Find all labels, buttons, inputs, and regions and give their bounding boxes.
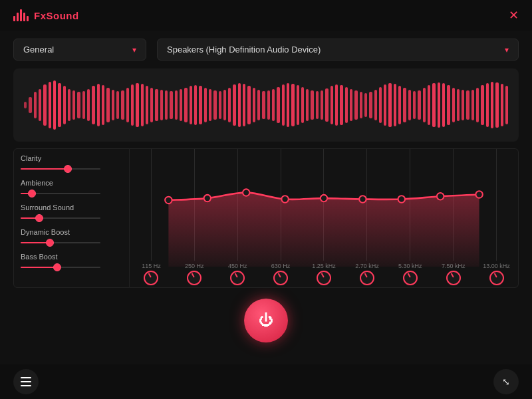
- eq-knob-1[interactable]: [187, 271, 201, 285]
- waveform-bar: [209, 89, 211, 121]
- waveform-bar: [180, 89, 182, 121]
- waveform-bar: [442, 83, 445, 127]
- preset-dropdown-label: General: [23, 45, 54, 55]
- eq-freq-label-3: 630 Hz: [271, 263, 291, 269]
- control-label-surround: Surround Sound: [21, 203, 122, 211]
- waveform-bar: [136, 83, 138, 127]
- waveform-bar: [501, 84, 503, 126]
- waveform-bar: [374, 90, 377, 120]
- eq-freq-label-2: 450 Hz: [228, 263, 247, 269]
- eq-freq-label-1: 250 Hz: [185, 263, 204, 269]
- waveform-bar: [413, 91, 416, 119]
- bottom-bar: ⤡: [0, 364, 532, 399]
- waveform-bar: [257, 90, 260, 120]
- eq-knob-8[interactable]: [489, 271, 504, 285]
- waveform-bar: [63, 86, 66, 124]
- waveform-bar: [272, 89, 275, 121]
- waveform-bar: [423, 88, 426, 122]
- eq-knob-4[interactable]: [317, 271, 331, 285]
- eq-knob-7[interactable]: [446, 271, 461, 285]
- waveform-bar: [418, 90, 420, 120]
- control-row-clarity: Clarity: [21, 154, 122, 174]
- slider-thumb-ambience[interactable]: [28, 190, 36, 198]
- eq-knob-3[interactable]: [273, 271, 288, 285]
- waveform-bar: [184, 88, 187, 123]
- slider-clarity[interactable]: [21, 164, 122, 174]
- menu-button[interactable]: [13, 369, 39, 394]
- app-header: FxSound ✕: [0, 0, 532, 31]
- waveform-bar: [155, 89, 158, 121]
- waveform-bar: [219, 91, 221, 119]
- waveform-bar: [476, 88, 479, 122]
- waveform-bar: [199, 86, 201, 124]
- waveform-bar: [253, 88, 255, 122]
- app-title: FxSound: [34, 10, 79, 21]
- waveform-bar: [408, 90, 411, 120]
- waveform-bar: [505, 86, 508, 124]
- waveform-bar: [175, 90, 178, 120]
- waveform-bar: [165, 90, 168, 120]
- waveform-bar: [481, 85, 483, 125]
- slider-bass[interactable]: [21, 263, 122, 272]
- slider-surround[interactable]: [21, 213, 122, 223]
- slider-dynamic[interactable]: [21, 238, 122, 247]
- waveform-bar: [53, 80, 56, 130]
- waveform-bar: [432, 83, 435, 127]
- eq-knob-2[interactable]: [230, 271, 245, 285]
- slider-thumb-bass[interactable]: [53, 263, 61, 271]
- waveform-bar: [384, 84, 386, 126]
- waveform-bar: [394, 84, 396, 126]
- waveform-container: [13, 68, 519, 142]
- eq-freq-label-4: 1.25 kHz: [312, 263, 336, 269]
- device-dropdown[interactable]: Speakers (High Definition Audio Device) …: [157, 39, 519, 61]
- waveform-bar: [29, 97, 31, 114]
- menu-icon-line2: [21, 381, 31, 382]
- waveform-bar: [102, 85, 104, 125]
- waveform-bar: [428, 85, 430, 125]
- waveform-bar: [49, 82, 51, 128]
- main-panel: ClarityAmbienceSurround SoundDynamic Boo…: [13, 148, 519, 288]
- waveform-bar: [447, 85, 450, 125]
- waveform-bar: [364, 93, 367, 118]
- control-row-bass: Bass Boost: [21, 253, 122, 272]
- waveform-bar: [141, 84, 144, 126]
- waveform-bar: [354, 90, 357, 120]
- eq-knob-6[interactable]: [403, 271, 418, 285]
- waveform-bar: [82, 91, 85, 119]
- waveform-bar: [243, 84, 245, 126]
- eq-curve: [130, 149, 518, 267]
- preset-dropdown[interactable]: General ▾: [13, 39, 146, 61]
- eq-knob-5[interactable]: [360, 271, 374, 285]
- waveform-bar: [58, 83, 61, 127]
- waveform-bar: [345, 87, 348, 124]
- waveform-bar: [160, 90, 163, 120]
- waveform-bar: [438, 82, 440, 128]
- eq-area: 115 Hz250 Hz450 Hz630 Hz1.25 kHz2.70 kHz…: [130, 148, 519, 288]
- svg-point-3: [281, 196, 288, 202]
- waveform-bar: [495, 82, 498, 128]
- waveform-bar: [277, 87, 279, 124]
- slider-ambience[interactable]: [21, 189, 122, 198]
- waveform-bar: [466, 90, 469, 120]
- waveform-bar: [146, 86, 148, 124]
- power-button[interactable]: ⏻: [244, 299, 288, 342]
- slider-thumb-dynamic[interactable]: [46, 239, 54, 247]
- slider-thumb-clarity[interactable]: [64, 165, 72, 173]
- svg-point-2: [243, 189, 249, 196]
- eq-freq-col-6: 5.30 kHz: [388, 263, 432, 285]
- control-row-ambience: Ambience: [21, 179, 122, 198]
- waveform-bar: [34, 92, 37, 118]
- eq-freq-label-7: 7.50 kHz: [442, 263, 466, 269]
- waveform-bar: [452, 88, 455, 123]
- close-button[interactable]: ✕: [509, 9, 519, 21]
- eq-freq-label-8: 13.00 kHz: [483, 263, 510, 269]
- waveform-bar: [223, 90, 226, 120]
- slider-thumb-surround[interactable]: [35, 214, 43, 222]
- power-section: ⏻: [0, 288, 532, 348]
- eq-knob-0[interactable]: [144, 271, 158, 285]
- eq-freq-col-4: 1.25 kHz: [303, 263, 346, 285]
- waveform-bar: [360, 92, 362, 118]
- expand-button[interactable]: ⤡: [493, 369, 519, 394]
- waveform-bar: [92, 86, 94, 124]
- waveform-bar: [247, 86, 250, 124]
